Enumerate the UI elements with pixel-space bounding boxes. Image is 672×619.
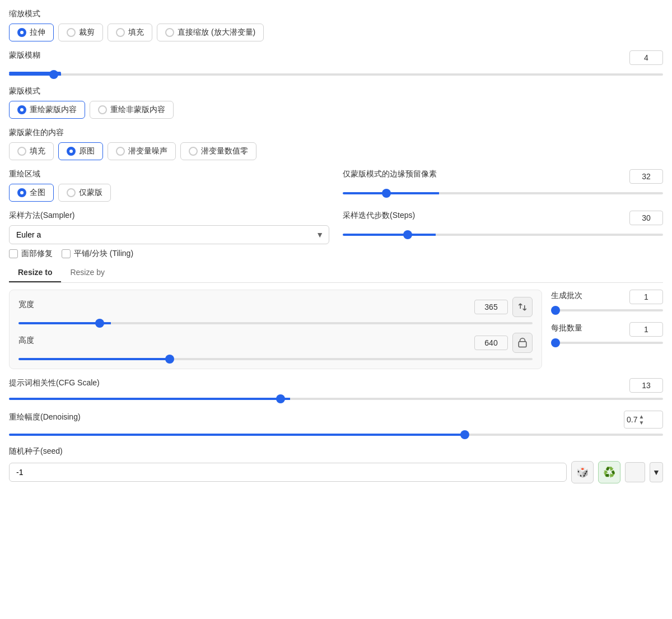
batch-size-slider[interactable] — [551, 342, 663, 344]
zoom-stretch-label: 拉伸 — [30, 27, 45, 38]
height-slider[interactable] — [18, 358, 533, 360]
steps-value[interactable]: 30 — [629, 211, 663, 225]
content-original-option[interactable]: 原图 — [58, 142, 103, 160]
redraw-unmasked-option[interactable]: 重绘非蒙版内容 — [90, 101, 174, 119]
redraw-area-radio-group: 全图 仅蒙版 — [9, 184, 329, 202]
zoom-fill-option[interactable]: 填充 — [108, 24, 152, 41]
seed-label: 随机种子(seed) — [9, 446, 663, 457]
content-latent-zero-radio[interactable] — [189, 147, 198, 156]
zoom-mode-radio-group: 拉伸 裁剪 填充 直接缩放 (放大潜变量) — [9, 24, 663, 41]
cfg-scale-value[interactable]: 13 — [629, 378, 663, 393]
batch-count-value[interactable]: 1 — [629, 290, 663, 304]
mask-edge-slider[interactable] — [343, 192, 663, 194]
face-restore-label: 面部修复 — [21, 249, 53, 259]
redraw-unmasked-label: 重绘非蒙版内容 — [110, 105, 165, 115]
cfg-scale-section: 提示词相关性(CFG Scale) 13 — [9, 378, 663, 402]
width-label: 宽度 — [18, 300, 470, 310]
zoom-direct-label: 直接缩放 (放大潜变量) — [178, 27, 255, 38]
batch-size-section: 每批数量 1 — [551, 322, 663, 346]
redraw-unmasked-radio[interactable] — [98, 105, 107, 114]
zoom-stretch-radio[interactable] — [17, 28, 26, 37]
denoising-slider[interactable] — [9, 434, 663, 436]
denoising-spinner[interactable]: ▲ ▼ — [638, 413, 644, 426]
mask-blur-label: 蒙版模糊 — [9, 50, 40, 60]
denoising-spin[interactable]: 0.7 ▲ ▼ — [624, 411, 663, 429]
content-fill-label: 填充 — [30, 146, 45, 156]
batch-size-label: 每批数量 — [551, 323, 582, 333]
mask-mode-section: 蒙版模式 重绘蒙版内容 重绘非蒙版内容 — [9, 86, 663, 119]
content-latent-zero-option[interactable]: 潜变量数值零 — [180, 142, 256, 160]
zoom-fill-radio[interactable] — [116, 28, 125, 37]
seed-recycle-button[interactable]: ♻️ — [598, 461, 620, 483]
tiling-label: 平铺/分块 (Tiling) — [74, 249, 133, 259]
height-section: 高度 640 — [18, 333, 533, 362]
seed-extra-box — [625, 462, 645, 482]
tab-resize-by[interactable]: Resize by — [61, 263, 113, 282]
tab-resize-to[interactable]: Resize to — [9, 263, 61, 282]
mask-blur-slider[interactable] — [9, 73, 663, 76]
steps-slider-row — [343, 229, 663, 238]
seed-dropdown-button[interactable]: ▼ — [650, 462, 663, 482]
mask-blur-slider-container — [9, 68, 663, 77]
area-mask-only-option[interactable]: 仅蒙版 — [58, 184, 111, 202]
content-latent-noise-radio[interactable] — [116, 147, 125, 156]
mask-content-radio-group: 填充 原图 潜变量噪声 潜变量数值零 — [9, 142, 663, 160]
seed-input[interactable] — [9, 463, 567, 482]
content-original-radio[interactable] — [67, 147, 76, 156]
sampler-label: 采样方法(Sampler) — [9, 211, 329, 221]
sampler-steps-section: 采样方法(Sampler) Euler a Euler LMS Heun DPM… — [9, 211, 663, 244]
area-whole-option[interactable]: 全图 — [9, 184, 54, 202]
height-label: 高度 — [18, 336, 470, 346]
content-fill-radio[interactable] — [17, 147, 26, 156]
redraw-masked-radio[interactable] — [17, 105, 26, 114]
height-top-row: 高度 640 — [18, 333, 533, 353]
seed-dice-button[interactable]: 🎲 — [571, 461, 594, 483]
redraw-masked-option[interactable]: 重绘蒙版内容 — [9, 101, 85, 119]
sampler-select[interactable]: Euler a Euler LMS Heun DPM2 DPM++ 2M Kar… — [9, 225, 329, 244]
steps-col: 采样迭代步数(Steps) 30 — [343, 211, 663, 238]
seed-section: 随机种子(seed) 🎲 ♻️ ▼ — [9, 446, 663, 483]
batch-size-value[interactable]: 1 — [629, 322, 663, 337]
height-value[interactable]: 640 — [474, 336, 508, 350]
redraw-mask-edge-section: 重绘区域 全图 仅蒙版 仅蒙版模式的边缘预留像素 32 — [9, 169, 663, 202]
redraw-area-label: 重绘区域 — [9, 169, 329, 179]
mask-edge-value[interactable]: 32 — [629, 169, 663, 184]
mask-blur-value[interactable]: 4 — [629, 50, 663, 65]
denoising-section: 重绘幅度(Denoising) 0.7 ▲ ▼ — [9, 411, 663, 438]
area-whole-radio[interactable] — [17, 188, 26, 197]
mask-content-section: 蒙版蒙住的内容 填充 原图 潜变量噪声 潜变量数值零 — [9, 128, 663, 160]
zoom-direct-radio[interactable] — [165, 28, 174, 37]
cfg-scale-slider[interactable] — [9, 398, 663, 400]
zoom-crop-label: 裁剪 — [79, 27, 95, 38]
tiling-option[interactable]: 平铺/分块 (Tiling) — [62, 249, 133, 259]
face-restore-option[interactable]: 面部修复 — [9, 249, 53, 259]
steps-label: 采样迭代步数(Steps) — [343, 211, 415, 221]
sampler-col: 采样方法(Sampler) Euler a Euler LMS Heun DPM… — [9, 211, 329, 244]
cfg-scale-label: 提示词相关性(CFG Scale) — [9, 378, 100, 388]
lock-aspect-button[interactable] — [512, 333, 533, 353]
content-fill-option[interactable]: 填充 — [9, 142, 54, 160]
area-mask-only-radio[interactable] — [67, 188, 76, 197]
swap-dimensions-button[interactable] — [512, 297, 533, 317]
mask-edge-col: 仅蒙版模式的边缘预留像素 32 — [343, 169, 663, 196]
mask-edge-slider-row — [343, 187, 663, 196]
mask-blur-slider-row — [9, 68, 663, 77]
tiling-checkbox[interactable] — [62, 249, 71, 258]
batch-count-slider[interactable] — [551, 309, 663, 311]
resize-tabs-section: Resize to Resize by 宽度 365 — [9, 263, 663, 369]
content-original-label: 原图 — [79, 146, 95, 156]
zoom-crop-radio[interactable] — [67, 28, 76, 37]
svg-rect-0 — [519, 342, 526, 347]
zoom-direct-option[interactable]: 直接缩放 (放大潜变量) — [157, 24, 264, 41]
face-restore-checkbox[interactable] — [9, 249, 18, 258]
width-value[interactable]: 365 — [474, 300, 508, 314]
zoom-crop-option[interactable]: 裁剪 — [58, 24, 103, 41]
content-latent-noise-label: 潜变量噪声 — [128, 146, 167, 156]
batch-count-section: 生成批次 1 — [551, 290, 663, 313]
area-whole-label: 全图 — [30, 188, 45, 198]
mask-edge-label: 仅蒙版模式的边缘预留像素 — [343, 169, 437, 179]
width-slider[interactable] — [18, 322, 533, 324]
content-latent-noise-option[interactable]: 潜变量噪声 — [108, 142, 176, 160]
zoom-stretch-option[interactable]: 拉伸 — [9, 24, 54, 41]
steps-slider[interactable] — [343, 234, 663, 236]
